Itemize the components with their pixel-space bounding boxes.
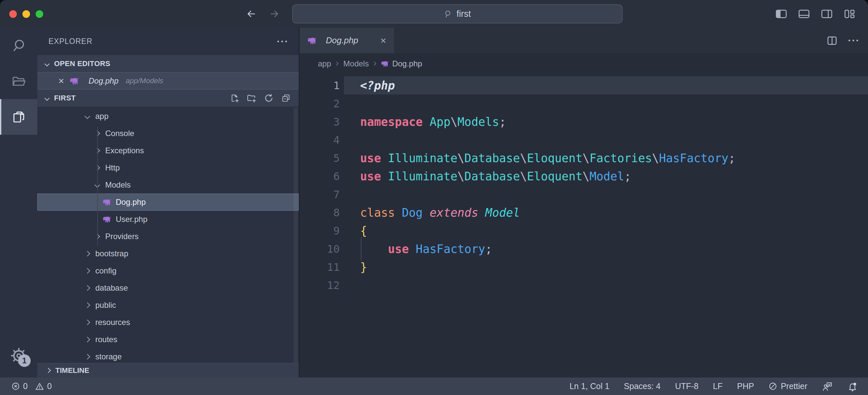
tree-item-config[interactable]: config (37, 262, 299, 279)
code-line-5[interactable]: 5use Illuminate\Database\Eloquent\Factor… (300, 149, 868, 167)
refresh-icon[interactable] (264, 93, 274, 103)
open-editor-item[interactable]: × Dog.php app/Models (37, 72, 299, 89)
code-text: use HasFactory; (360, 243, 492, 256)
tree-item-console[interactable]: Console (37, 125, 299, 142)
tab-dog-php[interactable]: Dog.php × (300, 28, 394, 53)
warning-count: 0 (47, 382, 52, 391)
tree-item-dog-php[interactable]: Dog.php (37, 194, 299, 211)
tab-label: Dog.php (326, 35, 358, 46)
error-count: 0 (23, 382, 28, 391)
manage-gear-icon[interactable]: 1 (0, 340, 37, 371)
tree-item-label: bootstrap (95, 249, 128, 258)
line-number: 12 (300, 279, 340, 292)
tree-item-label: User.php (116, 215, 147, 224)
tree-item-routes[interactable]: routes (37, 331, 299, 348)
explorer-title-row: EXPLORER (37, 28, 299, 55)
status-right: Ln 1, Col 1Spaces: 4UTF-8LFPHPPrettier (569, 382, 868, 391)
code-line-4[interactable]: 4 (300, 131, 868, 149)
code-text: use Illuminate\Database\Eloquent\Model; (360, 170, 631, 183)
status-item-spaces-4[interactable]: Spaces: 4 (624, 382, 660, 391)
close-icon[interactable]: × (58, 76, 64, 86)
activitybar-search-icon[interactable] (0, 28, 37, 63)
chevron-right-icon (85, 303, 90, 308)
new-folder-icon[interactable] (247, 93, 256, 103)
close-window-button[interactable] (9, 10, 17, 18)
collapse-all-icon[interactable] (281, 93, 291, 103)
status-item-lf[interactable]: LF (713, 382, 722, 391)
project-name-label: FIRST (54, 94, 76, 103)
bell-dot-icon[interactable] (847, 382, 858, 391)
status-item-label: UTF-8 (675, 382, 699, 391)
customize-layout-icon[interactable] (842, 7, 857, 21)
line-number: 10 (300, 243, 340, 255)
status-item-php[interactable]: PHP (737, 382, 754, 391)
code-line-7[interactable]: 7 (300, 185, 868, 203)
tree-item-exceptions[interactable]: Exceptions (37, 142, 299, 159)
code-line-9[interactable]: 9{ (300, 222, 868, 240)
sidebar-scrollbar[interactable] (293, 108, 298, 363)
window-controls (9, 0, 43, 28)
code-editor[interactable]: 1<?php23namespace App\Models;45use Illum… (300, 74, 868, 377)
new-file-icon[interactable] (229, 93, 240, 103)
problems-status[interactable]: 0 0 (0, 382, 52, 391)
breadcrumb-item-app[interactable]: app (318, 59, 331, 68)
status-item-ln-1-col-1[interactable]: Ln 1, Col 1 (569, 382, 610, 391)
toggle-primary-sidebar-icon[interactable] (774, 7, 788, 21)
code-line-8[interactable]: 8class Dog extends Model (300, 203, 868, 222)
toggle-secondary-sidebar-icon[interactable] (819, 7, 834, 21)
code-line-10[interactable]: 10 use HasFactory; (300, 240, 868, 258)
breadcrumb-item-dog-php[interactable]: Dog.php (381, 59, 422, 68)
maximize-window-button[interactable] (36, 10, 43, 18)
status-item-label: PHP (737, 382, 754, 391)
breadcrumb-item-models[interactable]: Models (343, 59, 369, 68)
more-actions-icon[interactable] (848, 39, 858, 41)
explorer-sidebar: EXPLORER OPEN EDITORS × Dog.php app/Mode… (37, 28, 300, 377)
minimize-window-button[interactable] (23, 10, 30, 18)
forward-arrow-icon[interactable] (267, 7, 282, 21)
command-center-search[interactable]: first (292, 4, 623, 24)
code-line-3[interactable]: 3namespace App\Models; (300, 113, 868, 131)
tree-item-user-php[interactable]: User.php (37, 211, 299, 228)
file-tree: appConsoleExceptionsHttpModels Dog.php U… (37, 108, 299, 363)
tree-item-bootstrap[interactable]: bootstrap (37, 245, 299, 262)
project-section-header[interactable]: FIRST (37, 89, 299, 107)
activitybar-open-editors-icon[interactable] (0, 99, 37, 135)
toggle-panel-icon[interactable] (797, 7, 811, 21)
title-bar: first (0, 0, 868, 28)
activitybar-folder-icon[interactable] (0, 63, 37, 99)
tree-item-models[interactable]: Models (37, 176, 299, 194)
close-icon[interactable]: × (380, 36, 386, 46)
tree-item-resources[interactable]: resources (37, 314, 299, 331)
status-item-utf-8[interactable]: UTF-8 (675, 382, 699, 391)
code-line-2[interactable]: 2 (300, 94, 868, 113)
status-item-prettier[interactable]: Prettier (768, 382, 807, 391)
line-number: 1 (300, 79, 340, 92)
explorer-more-actions-icon[interactable] (277, 40, 287, 42)
tree-item-label: routes (95, 335, 117, 344)
tree-item-http[interactable]: Http (37, 159, 299, 176)
split-editor-icon[interactable] (826, 35, 838, 46)
tree-item-public[interactable]: public (37, 297, 299, 314)
code-text: namespace App\Models; (360, 115, 506, 129)
breadcrumb: app›Models› Dog.php (300, 53, 868, 74)
open-editors-header[interactable]: OPEN EDITORS (37, 55, 299, 72)
code-line-12[interactable]: 12 (300, 276, 868, 294)
tree-item-storage[interactable]: storage (37, 348, 299, 363)
tree-item-providers[interactable]: Providers (37, 228, 299, 245)
code-text: <?php (360, 79, 395, 92)
php-elephant-icon (70, 77, 79, 85)
code-line-1[interactable]: 1<?php (300, 76, 868, 94)
chevron-right-icon: › (336, 58, 339, 68)
chevron-right-icon (85, 354, 90, 360)
tree-item-database[interactable]: database (37, 279, 299, 297)
status-item-label: LF (713, 382, 722, 391)
code-line-11[interactable]: 11} (300, 258, 868, 276)
tree-item-app[interactable]: app (37, 108, 299, 125)
explorer-title: EXPLORER (49, 37, 92, 46)
timeline-header[interactable]: TIMELINE (37, 363, 299, 377)
chevron-right-icon (85, 268, 90, 274)
line-number: 5 (300, 152, 340, 165)
back-arrow-icon[interactable] (244, 7, 258, 21)
feedback-icon[interactable] (822, 382, 833, 391)
code-line-6[interactable]: 6use Illuminate\Database\Eloquent\Model; (300, 167, 868, 185)
